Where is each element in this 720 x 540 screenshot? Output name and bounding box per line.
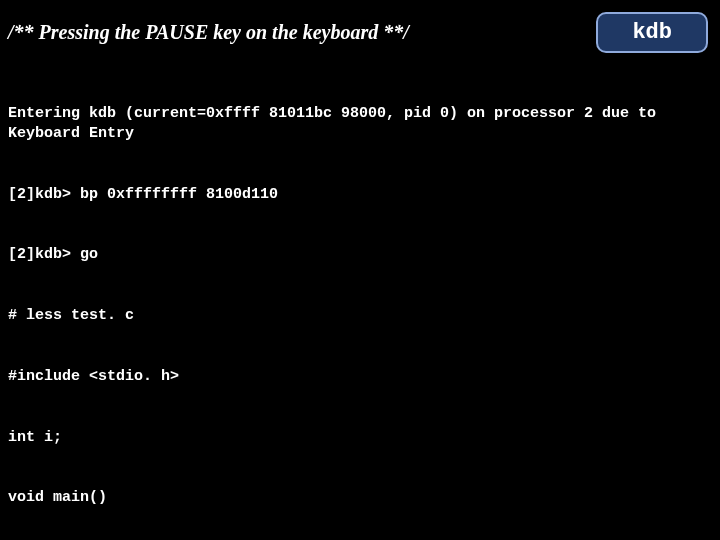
- shell-less-line: # less test. c: [8, 306, 712, 326]
- kdb-badge: kdb: [596, 12, 708, 53]
- src-main-line: void main(): [8, 488, 712, 508]
- kdb-bp-line: [2]kdb> bp 0xffffffff 8100d110: [8, 185, 712, 205]
- header-row: /** Pressing the PAUSE key on the keyboa…: [0, 0, 720, 59]
- kdb-enter-line-1: Entering kdb (current=0xffff 81011bc 980…: [8, 104, 712, 145]
- src-include-line: #include <stdio. h>: [8, 367, 712, 387]
- terminal-output: Entering kdb (current=0xffff 81011bc 980…: [0, 59, 720, 540]
- kdb-go-line: [2]kdb> go: [8, 245, 712, 265]
- src-decl-line: int i;: [8, 428, 712, 448]
- pause-comment: /** Pressing the PAUSE key on the keyboa…: [8, 21, 596, 44]
